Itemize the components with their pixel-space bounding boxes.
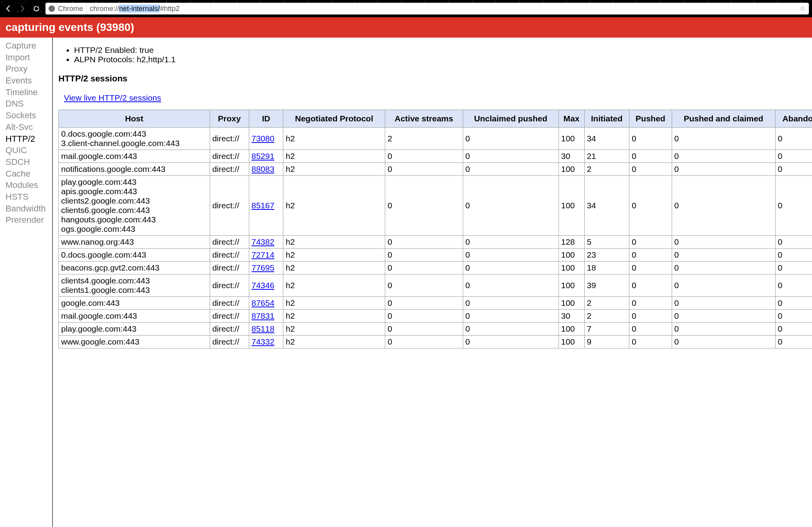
cell-active: 0 [385,176,463,236]
table-row: beacons.gcp.gvt2.com:443direct://77695h2… [59,262,812,274]
session-id-link[interactable]: 73080 [252,134,274,143]
table-row: mail.google.com:443direct://87831h200302… [59,310,812,323]
cell-id: 73080 [249,128,283,150]
reload-button[interactable] [31,4,42,14]
session-id-link[interactable]: 74346 [252,281,274,290]
cell-pushed_claimed: 0 [672,274,775,297]
cell-abandon: 0 [775,176,812,236]
sidebar-item-import[interactable]: Import [5,52,47,63]
sidebar-item-cache[interactable]: Cache [5,168,47,180]
cell-pushed: 0 [629,236,672,249]
sidebar-item-dns[interactable]: DNS [5,98,47,110]
session-id-link[interactable]: 85291 [252,152,274,161]
cell-abandon: 0 [775,262,812,274]
cell-max: 100 [558,323,584,336]
session-id-link[interactable]: 85167 [252,201,274,210]
cell-protocol: h2 [283,150,385,163]
column-header[interactable]: Active streams [385,110,463,128]
column-header[interactable]: ID [249,110,283,128]
cell-protocol: h2 [283,310,385,323]
column-header[interactable]: Abandon [775,110,812,128]
omnibox-url[interactable]: chrome://net-internals/#http2 [90,5,796,13]
back-button[interactable] [3,4,13,14]
cell-abandon: 0 [775,274,812,297]
cell-initiated: 7 [584,323,629,336]
cell-id: 74382 [249,236,283,249]
cell-unclaimed: 0 [463,163,558,176]
column-header[interactable]: Pushed [629,110,672,128]
cell-unclaimed: 0 [463,176,558,236]
sidebar-item-sockets[interactable]: Sockets [5,110,47,121]
session-id-link[interactable]: 74332 [252,337,274,346]
cell-max: 100 [558,128,584,150]
cell-pushed: 0 [629,336,672,348]
session-id-link[interactable]: 77695 [252,263,274,272]
cell-initiated: 5 [584,236,629,249]
session-id-link[interactable]: 85118 [252,324,274,333]
cell-active: 0 [385,310,463,323]
sidebar-item-events[interactable]: Events [5,75,47,87]
omnibox[interactable]: Chrome chrome://net-internals/#http2 ☆ [45,3,809,14]
cell-id: 85167 [249,176,283,236]
cell-active: 0 [385,249,463,262]
view-live-sessions-link[interactable]: View live HTTP/2 sessions [64,93,161,103]
sessions-table: HostProxyIDNegotiated ProtocolActive str… [58,110,812,348]
cell-initiated: 21 [584,150,629,163]
cell-active: 2 [385,128,463,150]
cell-unclaimed: 0 [463,150,558,163]
bookmark-star-icon[interactable]: ☆ [799,4,806,13]
cell-pushed: 0 [629,128,672,150]
sidebar-item-proxy[interactable]: Proxy [5,63,47,75]
sidebar-item-sdch[interactable]: SDCH [5,156,47,168]
column-header[interactable]: Initiated [584,110,629,128]
cell-id: 87831 [249,310,283,323]
cell-pushed_claimed: 0 [672,163,775,176]
session-id-link[interactable]: 88083 [252,164,274,173]
sidebar-item-capture[interactable]: Capture [5,40,47,52]
cell-pushed: 0 [629,262,672,274]
session-id-link[interactable]: 74382 [252,237,274,246]
cell-proxy: direct:// [210,262,249,274]
cell-host: notifications.google.com:443 [59,163,210,176]
column-header[interactable]: Max [558,110,584,128]
cell-max: 128 [558,236,584,249]
cell-host: 0.docs.google.com:443 [59,249,210,262]
cell-host: clients4.google.com:443 clients1.google.… [59,274,210,297]
cell-active: 0 [385,262,463,274]
page-layout: CaptureImportProxyEventsTimelineDNSSocke… [0,38,812,527]
sidebar-item-timeline[interactable]: Timeline [5,87,47,98]
cell-pushed: 0 [629,150,672,163]
sidebar-item-hsts[interactable]: HSTS [5,191,47,203]
table-row: www.google.com:443direct://74332h2001009… [59,336,812,348]
cell-initiated: 2 [584,163,629,176]
cell-max: 100 [558,262,584,274]
cell-proxy: direct:// [210,310,249,323]
session-id-link[interactable]: 87831 [252,311,274,320]
sidebar-item-alt-svc[interactable]: Alt-Svc [5,121,47,133]
column-header[interactable]: Host [59,110,210,128]
cell-pushed: 0 [629,274,672,297]
cell-host: www.nanog.org:443 [59,236,210,249]
sidebar-item-modules[interactable]: Modules [5,179,47,191]
session-id-link[interactable]: 87654 [252,298,274,307]
session-id-link[interactable]: 72714 [252,250,274,259]
cell-host: beacons.gcp.gvt2.com:443 [59,262,210,274]
status-banner: capturing events (93980) [0,17,812,38]
cell-initiated: 39 [584,274,629,297]
sidebar-item-bandwidth[interactable]: Bandwidth [5,203,47,215]
sidebar-item-quic[interactable]: QUIC [5,144,47,156]
sidebar-item-prerender[interactable]: Prerender [5,214,47,226]
cell-protocol: h2 [283,176,385,236]
column-header[interactable]: Negotiated Protocol [283,110,385,128]
cell-id: 74332 [249,336,283,348]
column-header[interactable]: Unclaimed pushed [463,110,558,128]
column-header[interactable]: Pushed and claimed [672,110,775,128]
cell-id: 85291 [249,150,283,163]
cell-max: 100 [558,274,584,297]
sidebar-item-http-2[interactable]: HTTP/2 [5,133,47,145]
cell-abandon: 0 [775,150,812,163]
forward-button [17,4,27,14]
cell-abandon: 0 [775,163,812,176]
cell-abandon: 0 [775,128,812,150]
column-header[interactable]: Proxy [210,110,249,128]
